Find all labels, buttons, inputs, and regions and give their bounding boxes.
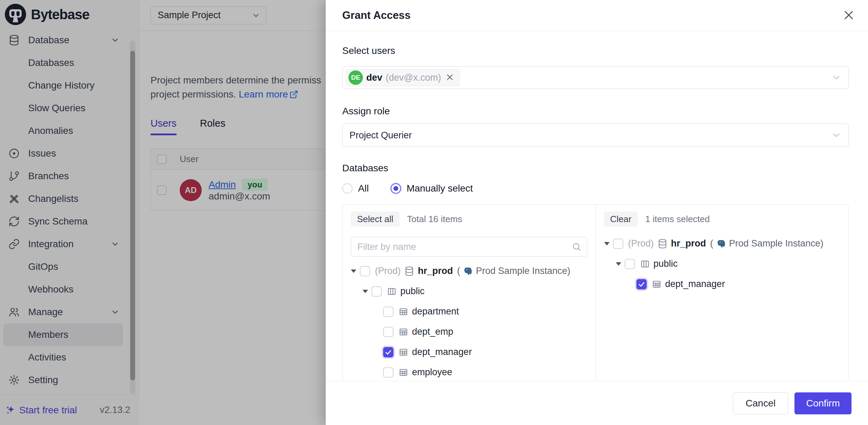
database-icon [404,266,414,276]
assign-role-label: Assign role [342,105,849,117]
table-icon [398,327,409,337]
drawer-footer: Cancel Confirm [326,381,868,425]
tree-row-table[interactable]: department [351,301,587,322]
checkbox[interactable] [613,239,623,249]
select-all-button[interactable]: Select all [351,211,400,227]
check-icon [638,280,645,288]
radio-all[interactable] [342,183,353,194]
tree-row-table[interactable]: dept_manager [604,274,841,294]
postgresql-icon [716,239,726,249]
selected-user-chip: DE dev (dev@x.com) [346,69,460,86]
caret-down-icon[interactable] [604,242,613,245]
cancel-button[interactable]: Cancel [733,392,788,414]
schema-icon [387,286,397,297]
tree-row-instance[interactable]: (Prod) hr_prod ( Prod Sample Instance) [604,233,841,254]
role-select[interactable]: Project Querier [342,124,849,147]
tree-row-table[interactable]: employee [351,362,587,381]
checkbox[interactable] [383,307,393,317]
tree-row-table[interactable]: dept_manager [351,342,587,362]
checkbox[interactable] [371,286,382,297]
databases-label: Databases [342,162,849,174]
selected-pane: Clear 1 items selected (Prod) hr_prod ( … [596,205,849,381]
selected-tree: (Prod) hr_prod ( Prod Sample Instance) [604,233,841,294]
search-icon [572,242,581,252]
checkbox-checked[interactable] [383,347,393,357]
drawer-title: Grant Access [342,9,411,22]
close-icon[interactable] [842,9,856,22]
check-icon [385,348,392,356]
table-icon [652,279,662,289]
tree-row-table[interactable]: dept_emp [351,322,587,342]
drawer-header: Grant Access [326,0,868,31]
drawer-body: Select users DE dev (dev@x.com) Assign r… [326,31,868,381]
tree-row-schema[interactable]: public [351,281,587,301]
postgresql-icon [463,266,473,276]
database-transfer-panel: Select all Total 16 items (Prod) hr_prod [342,204,849,381]
users-multiselect[interactable]: DE dev (dev@x.com) [342,66,849,89]
table-icon [398,307,409,317]
database-scope-radios: All Manually select [342,182,849,195]
table-icon [398,347,409,357]
selected-count-text: 1 items selected [645,214,710,225]
confirm-button[interactable]: Confirm [794,392,852,414]
checkbox-checked[interactable] [636,279,647,289]
checkbox[interactable] [383,327,393,337]
schema-icon [640,259,650,269]
source-pane: Select all Total 16 items (Prod) hr_prod [343,205,596,381]
select-users-label: Select users [342,45,849,57]
database-icon [657,239,668,249]
caret-down-icon[interactable] [351,269,360,273]
tree-row-schema[interactable]: public [604,254,841,274]
source-tree: (Prod) hr_prod ( Prod Sample Instance) [351,261,587,381]
tree-row-instance[interactable]: (Prod) hr_prod ( Prod Sample Instance) [351,261,587,281]
clear-button[interactable]: Clear [604,211,638,227]
remove-user-icon[interactable] [446,73,455,82]
radio-manually-select[interactable] [391,183,401,194]
filter-field[interactable] [351,237,587,257]
caret-down-icon[interactable] [616,262,625,266]
caret-down-icon[interactable] [363,290,371,293]
checkbox[interactable] [625,259,635,269]
grant-access-drawer: Grant Access Select users DE dev (dev@x.… [326,0,868,425]
chevron-down-icon [831,72,842,83]
checkbox[interactable] [360,266,370,276]
total-items-text: Total 16 items [407,214,462,225]
avatar: DE [348,70,363,85]
chevron-down-icon [831,130,842,140]
filter-input[interactable] [357,242,572,252]
checkbox[interactable] [383,367,393,378]
table-icon [398,367,409,378]
